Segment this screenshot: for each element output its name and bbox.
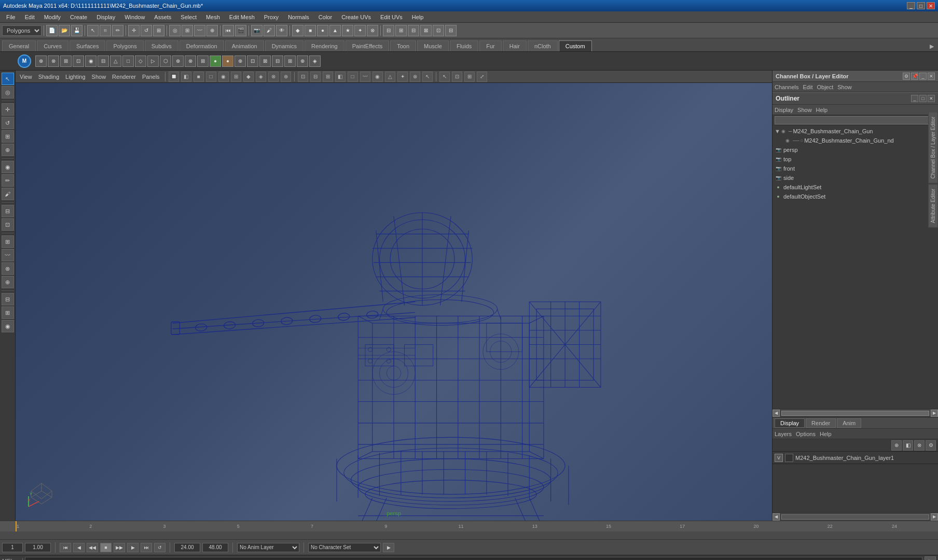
step-fwd-btn[interactable]: ▶ (127, 543, 139, 552)
vp-lights-icon[interactable]: ◆ (243, 72, 254, 82)
menu-create-uvs[interactable]: Create UVs (337, 13, 375, 21)
vp-dynamics-icon[interactable]: ✦ (397, 72, 408, 82)
open-scene-icon[interactable]: 📂 (59, 25, 70, 36)
char-set-options-btn[interactable]: ▶ (383, 543, 394, 552)
shelf-icon-8[interactable]: □ (122, 55, 134, 67)
vp-xray-icon[interactable]: ⊗ (268, 72, 279, 82)
mode-select[interactable]: Polygons (2, 25, 42, 36)
menu-create[interactable]: Create (66, 13, 91, 21)
script-results-btn[interactable]: ▶ (925, 556, 936, 561)
step-back-btn[interactable]: ◀ (73, 543, 85, 552)
menu-file[interactable]: File (2, 13, 20, 21)
outliner-scroll-right[interactable]: ▶ (931, 410, 938, 417)
layer-new-icon[interactable]: ⊕ (891, 440, 902, 451)
layout-icon-2[interactable]: ⊞ (395, 25, 407, 36)
tree-item-front[interactable]: 📷 front (773, 164, 938, 173)
outliner-scroll-thumb[interactable] (781, 411, 929, 416)
tab-dynamics[interactable]: Dynamics (265, 40, 304, 51)
vp-camera-icon[interactable]: 🔲 (169, 72, 179, 82)
tree-item-objectset[interactable]: ● defaultObjectSet (773, 192, 938, 201)
layer-scroll-thumb[interactable] (781, 514, 929, 520)
snap-surface-lt-icon[interactable]: ⊗ (2, 262, 14, 275)
play-back-btn[interactable]: ◀◀ (87, 543, 98, 552)
tab-fluids[interactable]: Fluids (450, 40, 478, 51)
save-scene-icon[interactable]: 💾 (71, 25, 82, 36)
paint-select-icon[interactable]: ◎ (2, 86, 14, 99)
tab-general[interactable]: General (2, 40, 36, 51)
tab-deformation[interactable]: Deformation (180, 40, 224, 51)
snap-point-lt-icon[interactable]: ⊕ (2, 276, 14, 288)
menu-mesh[interactable]: Mesh (202, 13, 224, 21)
layer-scroll-left[interactable]: ◀ (773, 513, 780, 521)
shelf-icon-23[interactable]: ◈ (309, 55, 321, 67)
vp-panel-icon[interactable]: ⊡ (452, 72, 462, 82)
tab-curves[interactable]: Curves (37, 40, 68, 51)
rotate-icon[interactable]: ↺ (2, 117, 14, 129)
layer-sub-options[interactable]: Options (796, 431, 816, 437)
cb-minimize-icon[interactable]: _ (919, 73, 927, 80)
shelf-icon-21[interactable]: ⊞ (284, 55, 296, 67)
shelf-icon-20[interactable]: ⊟ (272, 55, 283, 67)
cb-pin-icon[interactable]: 📌 (911, 73, 918, 80)
layout-icon-5[interactable]: ⊡ (433, 25, 444, 36)
shelf-icon-2[interactable]: ⊗ (48, 55, 59, 67)
timeline-ruler[interactable]: 1 2 3 5 7 9 11 13 15 17 20 22 24 (0, 521, 938, 531)
vp-menu-show[interactable]: Show (90, 74, 108, 80)
soft-select-icon[interactable]: ◎ (169, 25, 181, 36)
extra-icon-2[interactable]: ■ (305, 25, 316, 36)
shelf-icon-1[interactable]: ⊕ (35, 55, 47, 67)
layout-icon-4[interactable]: ⊠ (420, 25, 432, 36)
vp-shadows-icon[interactable]: ◈ (256, 72, 266, 82)
vp-shading-icon[interactable]: ■ (194, 72, 204, 82)
new-scene-icon[interactable]: 📄 (46, 25, 58, 36)
shelf-icon-7[interactable]: △ (110, 55, 121, 67)
snap-grid-icon[interactable]: ⊞ (182, 25, 193, 36)
menu-window[interactable]: Window (120, 13, 149, 21)
tab-fur[interactable]: Fur (479, 40, 502, 51)
cb-menu-channels[interactable]: Channels (775, 84, 798, 90)
vp-hide-icon[interactable]: ⊟ (310, 72, 321, 82)
minimize-button[interactable]: _ (907, 2, 915, 9)
menu-assets[interactable]: Assets (150, 13, 175, 21)
tab-muscle[interactable]: Muscle (417, 40, 449, 51)
vp-select-icon[interactable]: ↖ (439, 72, 450, 82)
menu-modify[interactable]: Modify (40, 13, 65, 21)
menu-edit-mesh[interactable]: Edit Mesh (225, 13, 259, 21)
frame-end-field[interactable]: 24.00 (174, 543, 200, 552)
vp-transfer-icon[interactable]: ⤢ (477, 72, 487, 82)
go-to-start-btn[interactable]: ⏮ (60, 543, 71, 552)
vp-wireframe-icon[interactable]: □ (206, 72, 216, 82)
shelf-icon-15[interactable]: ● (210, 55, 221, 67)
channel-box-edge-tab[interactable]: Channel Box / Layer Editor (928, 112, 938, 184)
ol-menu-help[interactable]: Help (816, 107, 828, 113)
shelf-icon-18[interactable]: ⊡ (247, 55, 258, 67)
layer-sub-help[interactable]: Help (820, 431, 832, 437)
universal-manip-icon[interactable]: ⊕ (2, 144, 14, 156)
rotate-tool-icon[interactable]: ↺ (141, 25, 152, 36)
tab-surfaces[interactable]: Surfaces (70, 40, 105, 51)
vp-polygons-icon[interactable]: △ (385, 72, 395, 82)
tab-hair[interactable]: Hair (503, 40, 527, 51)
vp-isolate-icon[interactable]: ⊕ (281, 72, 291, 82)
show-manip-icon[interactable]: ⊟ (2, 205, 14, 217)
move-icon[interactable]: ✛ (2, 103, 14, 116)
hide-manip-icon[interactable]: ⊡ (2, 218, 14, 231)
menu-display[interactable]: Display (92, 13, 119, 21)
show-hide-icon[interactable]: 👁 (276, 25, 287, 36)
tab-painteffects[interactable]: PaintEffects (346, 40, 390, 51)
menu-edit-uvs[interactable]: Edit UVs (376, 13, 407, 21)
frame-current-display[interactable]: 1 (2, 543, 23, 552)
extra-icon-6[interactable]: ✦ (354, 25, 366, 36)
tab-polygons[interactable]: Polygons (106, 40, 143, 51)
cb-menu-object[interactable]: Object (817, 84, 833, 90)
menu-color[interactable]: Color (314, 13, 336, 21)
shelf-icon-11[interactable]: ⬡ (160, 55, 171, 67)
vp-panel2-icon[interactable]: ⊞ (464, 72, 475, 82)
vp-menu-view[interactable]: View (18, 74, 34, 80)
graph-editor-icon[interactable]: ⊞ (2, 306, 14, 319)
layer-tab-render[interactable]: Render (806, 418, 836, 428)
vp-menu-renderer[interactable]: Renderer (110, 74, 138, 80)
go-to-end-btn[interactable]: ⏭ (141, 543, 152, 552)
extra-icon-1[interactable]: ◆ (292, 25, 304, 36)
tree-item-lightset[interactable]: ● defaultLightSet (773, 183, 938, 192)
